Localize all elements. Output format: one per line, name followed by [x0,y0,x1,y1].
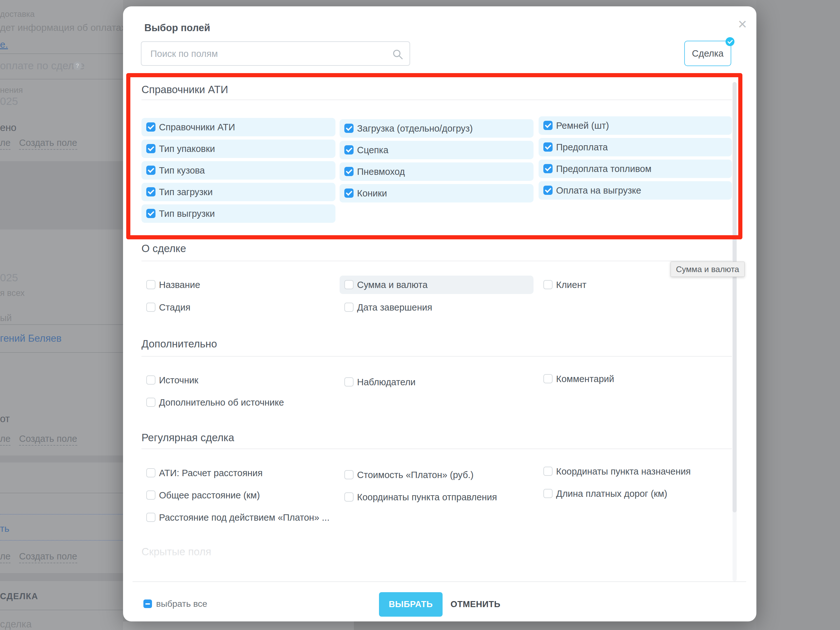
background-text-fragment: ле [0,434,11,446]
background-text-fragment: ено [0,122,17,134]
field-checkbox-item[interactable]: Общее расстояние (км) [142,486,335,504]
background-text-fragment: СДЕЛКА [0,592,38,602]
checkbox-unchecked-icon[interactable] [146,513,155,522]
checkbox-unchecked-icon[interactable] [146,376,155,385]
field-checkbox-item[interactable]: Длина платных дорог (км) [538,485,732,503]
checkbox-checked-icon[interactable] [543,142,553,152]
checkbox-checked-icon[interactable] [146,209,155,218]
field-checkbox-item[interactable]: Координаты пункта отправления [339,488,534,506]
background-section-band [0,455,123,463]
field-checkbox-item[interactable]: Коники [339,184,534,202]
entity-tab-deal[interactable]: Сделка [684,41,731,66]
checkbox-checked-icon[interactable] [344,145,354,155]
background-text-fragment: Создать поле [19,434,77,446]
field-label: Клиент [556,276,586,294]
scrollbar-track[interactable] [733,82,737,581]
background-bottom-band [123,621,354,630]
checkbox-checked-icon[interactable] [344,124,354,133]
select-all-label[interactable]: выбрать все [156,598,207,609]
checkbox-checked-icon[interactable] [146,122,155,132]
field-checkbox-item[interactable]: Координаты пункта назначения [538,462,732,481]
background-right-area [756,0,840,630]
field-label: Оплата на выгрузке [556,181,641,200]
checkbox-checked-icon[interactable] [543,164,553,173]
background-text-fragment: ть [0,523,9,534]
field-label: Пневмоход [357,163,405,181]
checkbox-unchecked-icon[interactable] [146,398,155,407]
field-checkbox-item[interactable]: Стадия [142,298,335,317]
checkbox-unchecked-icon[interactable] [543,489,553,498]
field-checkbox-item[interactable]: Ремней (шт) [538,116,732,135]
field-checkbox-item[interactable]: Клиент [538,276,732,294]
field-checkbox-item[interactable]: Оплата на выгрузке [538,181,732,200]
search-input[interactable] [150,42,386,66]
field-checkbox-item[interactable]: Расстояние под действием «Платон» ... [142,508,335,527]
checkbox-unchecked-icon[interactable] [543,374,553,383]
field-label: Предоплата топливом [556,159,652,178]
field-label: Дополнительно об источнике [159,393,284,412]
field-label: Наблюдатели [357,373,415,391]
field-checkbox-item[interactable]: Источник [142,371,335,389]
checkbox-unchecked-icon[interactable] [146,303,155,312]
field-label: Длина платных дорог (км) [556,485,667,503]
background-divider [0,493,123,493]
checkbox-unchecked-icon[interactable] [344,377,354,387]
checkbox-unchecked-icon[interactable] [344,493,354,502]
checkbox-unchecked-icon[interactable] [146,280,155,289]
field-checkbox-item[interactable]: Тип упаковки [142,139,335,158]
field-checkbox-item[interactable]: Наблюдатели [339,373,534,391]
cancel-button[interactable]: ОТМЕНИТЬ [450,592,501,617]
submit-button[interactable]: ВЫБРАТЬ [379,592,442,617]
field-checkbox-item[interactable]: Дополнительно об источнике [142,393,335,412]
field-checkbox-item[interactable]: Справочники АТИ [142,118,335,136]
field-checkbox-item[interactable]: Тип загрузки [142,183,335,201]
field-checkbox-item[interactable]: Комментарий [538,369,732,388]
select-all-checkbox[interactable] [144,600,152,608]
field-checkbox-item[interactable]: Сумма и валюта [339,276,534,294]
field-label: Общее расстояние (км) [159,486,260,504]
checkbox-unchecked-icon[interactable] [344,303,354,312]
checkbox-checked-icon[interactable] [146,144,155,153]
checkbox-checked-icon[interactable] [543,121,553,130]
scroll-fade [133,530,727,581]
checkbox-checked-icon[interactable] [344,167,354,176]
checkbox-unchecked-icon[interactable] [344,280,354,289]
field-checkbox-item[interactable]: АТИ: Расчет расстояния [142,464,335,482]
checkbox-checked-icon[interactable] [543,186,553,195]
field-checkbox-item[interactable]: Тип выгрузки [142,204,335,223]
checkbox-unchecked-icon[interactable] [543,280,553,289]
checkbox-unchecked-icon[interactable] [146,491,155,500]
section-heading: О сделке [142,243,186,254]
field-checkbox-item[interactable]: Предоплата [538,138,732,156]
checkbox-unchecked-icon[interactable] [543,467,553,476]
field-label: Справочники АТИ [159,118,235,136]
checkbox-checked-icon[interactable] [146,187,155,196]
field-checkbox-item[interactable]: Сцепка [339,141,534,159]
field-label: Коники [357,184,387,202]
close-icon[interactable]: × [734,15,751,33]
checkbox-checked-icon[interactable] [146,166,155,175]
background-dashed-line [0,540,124,541]
field-checkbox-item[interactable]: Стоимость «Платон» (руб.) [339,466,534,484]
field-checkbox-item[interactable]: Пневмоход [339,163,534,181]
section-divider [142,261,732,261]
scrollbar-thumb[interactable] [733,82,737,512]
section-heading: Дополнительно [142,338,217,350]
field-checkbox-item[interactable]: Тип кузова [142,161,335,180]
background-divider [0,54,123,54]
background-text-fragment: ле [0,137,11,150]
field-checkbox-item[interactable]: Название [142,276,335,294]
field-label: Дата завершения [357,298,432,317]
field-checkbox-item[interactable]: Загрузка (отдельно/догруз) [339,119,534,137]
field-label: Название [159,276,200,294]
checkbox-unchecked-icon[interactable] [344,470,354,479]
field-label: Сцепка [357,141,388,159]
section-heading: Скрытые поля [142,546,211,558]
checkbox-unchecked-icon[interactable] [146,468,155,477]
entity-tab-label: Сделка [692,48,723,58]
field-checkbox-item[interactable]: Предоплата топливом [538,159,732,178]
field-checkbox-item[interactable]: Дата завершения [339,298,534,317]
field-selection-modal: Выбор полей × Сделка Справочники АТИСпра… [123,6,756,621]
background-text-fragment: дет информация об оплатах и [0,22,134,33]
checkbox-checked-icon[interactable] [344,188,354,198]
